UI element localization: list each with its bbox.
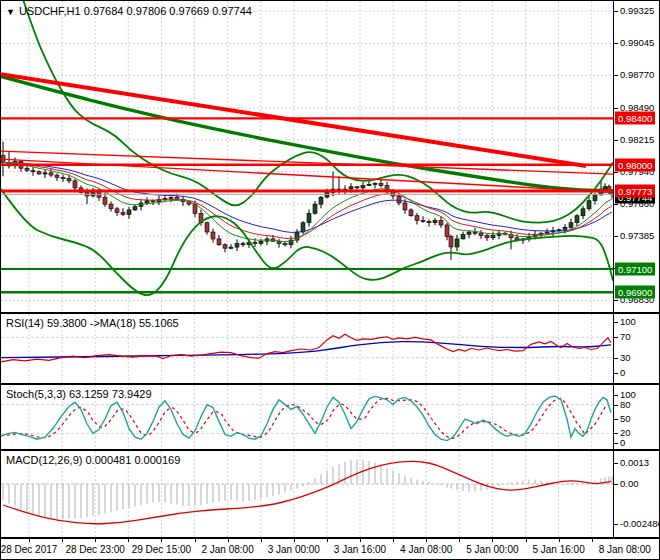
time-tick-mark: [559, 539, 560, 542]
time-axis-label: 5 Jan 16:00: [532, 544, 584, 555]
axis-tick-mark: [614, 300, 618, 301]
time-tick-mark: [228, 539, 229, 542]
axis-tick-label: 70: [620, 332, 631, 342]
axis-tick-label: 80: [620, 400, 631, 410]
axis-tick-label: 0.98215: [620, 135, 654, 145]
rsi-scale[interactable]: 10070300: [613, 314, 660, 383]
time-tick-mark: [128, 539, 129, 542]
axis-tick-mark: [614, 484, 618, 485]
axis-tick-label: -0.002486: [620, 519, 660, 529]
time-axis-label: 28 Dec 2017: [1, 544, 58, 555]
axis-tick-mark: [614, 419, 618, 420]
axis-tick-mark: [614, 524, 618, 525]
axis-tick-mark: [614, 172, 618, 173]
time-axis[interactable]: 28 Dec 201728 Dec 23:0029 Dec 15:002 Jan…: [1, 539, 660, 560]
trading-chart-window: ▼USDCHF,H1 0.97684 0.97806 0.97669 0.977…: [0, 0, 660, 560]
time-axis-label: 4 Jan 08:00: [400, 544, 452, 555]
price-level-badge: 0.98000: [615, 159, 655, 172]
axis-tick-label: 0.00: [620, 479, 639, 489]
axis-tick-label: 100: [620, 317, 636, 327]
time-tick-mark: [459, 539, 460, 542]
axis-tick-mark: [614, 373, 618, 374]
price-scale[interactable]: 0.993250.990450.987700.984900.982150.979…: [613, 1, 660, 312]
time-axis-label: 3 Jan 00:00: [268, 544, 320, 555]
time-tick-mark: [327, 539, 328, 542]
time-tick-mark: [592, 539, 593, 542]
title-text: USDCHF,H1 0.97684 0.97806 0.97669 0.9774…: [19, 5, 252, 17]
time-tick-mark: [393, 539, 394, 542]
axis-tick-label: 0.98770: [620, 70, 654, 80]
axis-tick-label: 0.0013: [620, 458, 649, 468]
axis-tick-label: 0: [620, 368, 625, 378]
price-panel[interactable]: ▼USDCHF,H1 0.97684 0.97806 0.97669 0.977…: [1, 1, 660, 314]
time-axis-label: 8 Jan 08:00: [599, 544, 651, 555]
axis-tick-mark: [614, 433, 618, 434]
axis-tick-mark: [614, 322, 618, 323]
macd-label: MACD(12,26,9) 0.000481 0.000169: [6, 454, 180, 466]
time-tick-mark: [261, 539, 262, 542]
macd-scale[interactable]: 0.00130.00-0.002486: [613, 451, 660, 537]
axis-tick-label: 50: [620, 414, 631, 424]
time-tick-mark: [526, 539, 527, 542]
axis-tick-label: 0.99325: [620, 6, 654, 16]
axis-tick-mark: [614, 140, 618, 141]
price-level-badge: 0.97100: [615, 263, 655, 276]
axis-tick-mark: [614, 443, 618, 444]
time-axis-label: 2 Jan 08:00: [201, 544, 253, 555]
axis-tick-mark: [614, 395, 618, 396]
time-tick-mark: [95, 539, 96, 542]
axis-tick-label: 0: [620, 438, 625, 448]
rsi-label: RSI(14) 59.3800 ->MA(18) 55.1065: [6, 317, 179, 329]
axis-tick-label: 0.97385: [620, 231, 654, 241]
axis-tick-mark: [614, 405, 618, 406]
time-tick-mark: [62, 539, 63, 542]
rsi-panel[interactable]: RSI(14) 59.3800 ->MA(18) 55.1065 1007030…: [1, 314, 660, 385]
time-axis-label: 3 Jan 16:00: [334, 544, 386, 555]
price-level-badge: 0.98400: [615, 112, 655, 125]
axis-tick-mark: [614, 236, 618, 237]
axis-tick-mark: [614, 204, 618, 205]
collapse-icon[interactable]: ▼: [6, 7, 15, 17]
axis-tick-label: 0.99045: [620, 38, 654, 48]
axis-tick-mark: [614, 11, 618, 12]
axis-tick-mark: [614, 75, 618, 76]
stochastic-panel[interactable]: Stoch(5,3,3) 63.1259 73.9429 1008050200: [1, 385, 660, 451]
time-axis-label: 28 Dec 23:00: [65, 544, 125, 555]
price-plot[interactable]: [1, 1, 614, 312]
axis-tick-mark: [614, 463, 618, 464]
price-level-badge: 0.96900: [615, 286, 655, 299]
stochastic-label: Stoch(5,3,3) 63.1259 73.9429: [6, 388, 152, 400]
time-tick-mark: [29, 539, 30, 542]
axis-tick-mark: [614, 337, 618, 338]
time-tick-mark: [195, 539, 196, 542]
time-tick-mark: [161, 539, 162, 542]
stochastic-scale[interactable]: 1008050200: [613, 385, 660, 449]
chart-title: ▼USDCHF,H1 0.97684 0.97806 0.97669 0.977…: [6, 5, 252, 17]
time-tick-mark: [294, 539, 295, 542]
time-tick-mark: [492, 539, 493, 542]
axis-tick-mark: [614, 108, 618, 109]
time-tick-mark: [360, 539, 361, 542]
time-axis-label: 29 Dec 15:00: [132, 544, 192, 555]
axis-tick-mark: [614, 43, 618, 44]
price-level-badge: 0.97773: [615, 185, 655, 198]
macd-panel[interactable]: MACD(12,26,9) 0.000481 0.000169 0.00130.…: [1, 451, 660, 539]
axis-tick-label: 30: [620, 353, 631, 363]
time-axis-label: 5 Jan 00:00: [466, 544, 518, 555]
time-tick-mark: [426, 539, 427, 542]
axis-tick-mark: [614, 358, 618, 359]
